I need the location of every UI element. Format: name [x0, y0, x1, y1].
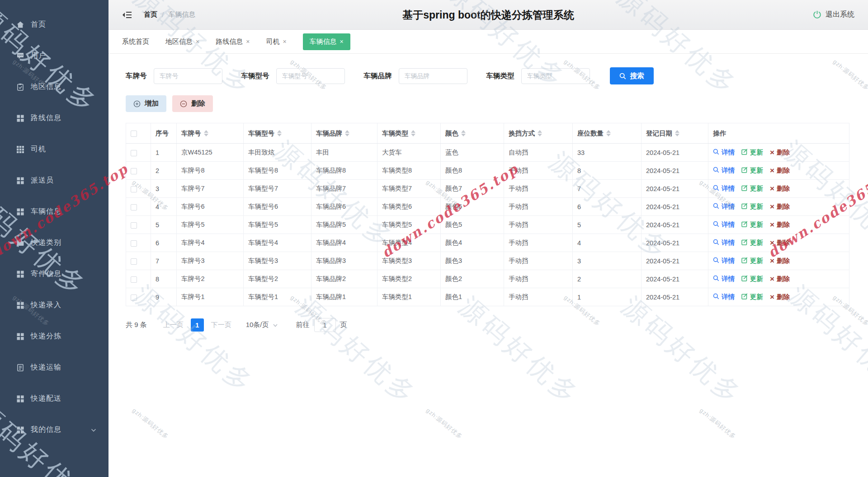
sort-caret-icon[interactable] — [345, 130, 349, 136]
sidebar-item-7[interactable]: 快递类别 — [0, 227, 108, 258]
delete-link[interactable]: ×删除 — [770, 166, 790, 175]
cell-type: 车辆类型8 — [377, 162, 441, 180]
column-header-gear[interactable]: 换挡方式 — [504, 123, 573, 144]
cell-brand: 车辆品牌8 — [311, 162, 377, 180]
search-input-brand[interactable] — [399, 68, 467, 84]
prev-page-button[interactable]: 上一页 — [163, 321, 184, 329]
close-icon[interactable]: × — [246, 38, 250, 45]
detail-link[interactable]: 详情 — [713, 166, 735, 175]
update-link[interactable]: 更新 — [741, 293, 763, 301]
delete-link[interactable]: ×删除 — [770, 275, 790, 283]
update-link[interactable]: 更新 — [741, 202, 763, 211]
delete-link[interactable]: ×删除 — [770, 257, 790, 265]
column-label: 车辆型号 — [248, 129, 274, 138]
breadcrumb-home[interactable]: 首页 — [144, 10, 157, 19]
column-header-plate[interactable]: 车牌号 — [177, 123, 244, 144]
sidebar-item-1[interactable]: 用户 — [0, 40, 108, 71]
detail-link[interactable]: 详情 — [713, 275, 735, 283]
sidebar-item-5[interactable]: 派送员 — [0, 165, 108, 196]
detail-link[interactable]: 详情 — [713, 184, 735, 193]
update-link[interactable]: 更新 — [741, 184, 763, 193]
row-checkbox[interactable] — [131, 240, 137, 247]
sidebar-item-12[interactable]: 快递配送 — [0, 383, 108, 414]
sort-caret-icon[interactable] — [204, 130, 208, 136]
search-button[interactable]: 搜索 — [610, 67, 654, 84]
sidebar-item-2[interactable]: 地区信息 — [0, 71, 108, 103]
add-button[interactable]: 增加 — [126, 95, 166, 112]
detail-link[interactable]: 详情 — [713, 257, 735, 265]
tab-1[interactable]: 地区信息× — [165, 37, 199, 46]
row-checkbox[interactable] — [131, 204, 137, 210]
row-checkbox[interactable] — [131, 222, 137, 229]
update-link[interactable]: 更新 — [741, 238, 763, 247]
sort-caret-icon[interactable] — [461, 130, 466, 136]
select-all-checkbox[interactable] — [131, 131, 137, 137]
column-header-seats[interactable]: 座位数量 — [573, 123, 642, 144]
sidebar-item-11[interactable]: 快递运输 — [0, 352, 108, 383]
cell-plate: 车牌号5 — [177, 216, 244, 234]
sidebar-item-3[interactable]: 路线信息 — [0, 103, 108, 134]
update-link[interactable]: 更新 — [741, 166, 763, 175]
goto-page-input[interactable] — [314, 318, 336, 332]
detail-link[interactable]: 详情 — [713, 293, 735, 301]
column-header-type[interactable]: 车辆类型 — [377, 123, 441, 144]
page-size-select[interactable]: 10条/页 — [246, 321, 278, 329]
delete-button[interactable]: 删除 — [172, 95, 213, 112]
next-page-button[interactable]: 下一页 — [211, 321, 231, 329]
detail-link[interactable]: 详情 — [713, 220, 735, 229]
column-header-date[interactable]: 登记日期 — [642, 123, 708, 144]
delete-link[interactable]: ×删除 — [770, 148, 790, 157]
detail-link[interactable]: 详情 — [713, 148, 735, 157]
row-checkbox[interactable] — [131, 150, 137, 156]
sidebar-item-9[interactable]: 快递录入 — [0, 290, 108, 321]
update-link[interactable]: 更新 — [741, 220, 763, 229]
logout-button[interactable]: 退出系统 — [813, 10, 854, 19]
grid-icon — [16, 177, 24, 185]
search-input-type[interactable] — [521, 68, 590, 84]
sort-caret-icon[interactable] — [411, 130, 415, 136]
main-area: 首页 / 车辆信息 基于spring boot的快递分拣管理系统 退出系统 系统… — [108, 0, 868, 477]
sort-caret-icon[interactable] — [538, 130, 542, 136]
column-label: 颜色 — [445, 129, 458, 138]
row-checkbox[interactable] — [131, 168, 137, 174]
sort-caret-icon[interactable] — [675, 130, 679, 136]
search-input-model[interactable] — [276, 68, 345, 84]
search-input-plate[interactable] — [154, 68, 222, 84]
delete-link[interactable]: ×删除 — [770, 293, 790, 301]
delete-link[interactable]: ×删除 — [770, 202, 790, 211]
detail-link[interactable]: 详情 — [713, 238, 735, 247]
detail-link[interactable]: 详情 — [713, 202, 735, 211]
sidebar-item-10[interactable]: 快递分拣 — [0, 321, 108, 352]
row-checkbox[interactable] — [131, 186, 137, 192]
update-link[interactable]: 更新 — [741, 275, 763, 283]
delete-link[interactable]: ×删除 — [770, 238, 790, 247]
close-icon[interactable]: × — [196, 38, 199, 45]
sort-caret-icon[interactable] — [606, 130, 611, 136]
sidebar-item-4[interactable]: 司机 — [0, 134, 108, 165]
column-header-model[interactable]: 车辆型号 — [244, 123, 311, 144]
row-checkbox[interactable] — [131, 295, 137, 301]
sidebar-item-label: 司机 — [31, 145, 46, 154]
delete-link[interactable]: ×删除 — [770, 220, 790, 229]
update-link[interactable]: 更新 — [741, 148, 763, 157]
tab-0[interactable]: 系统首页 — [122, 37, 149, 46]
sidebar-item-8[interactable]: 寄件信息 — [0, 258, 108, 290]
row-checkbox[interactable] — [131, 276, 137, 283]
update-link[interactable]: 更新 — [741, 257, 763, 265]
sidebar-item-0[interactable]: 首页 — [0, 9, 108, 40]
page-number-button[interactable]: 1 — [191, 318, 204, 332]
column-header-color[interactable]: 颜色 — [441, 123, 504, 144]
sort-caret-icon[interactable] — [277, 130, 282, 136]
delete-link[interactable]: ×删除 — [770, 184, 790, 193]
row-checkbox[interactable] — [131, 258, 137, 265]
sidebar-item-13[interactable]: 我的信息 — [0, 414, 108, 445]
tab-2[interactable]: 路线信息× — [216, 37, 250, 46]
sidebar-fold-icon[interactable] — [122, 10, 132, 19]
sidebar-item-6[interactable]: 车辆信息 — [0, 196, 108, 227]
close-icon[interactable]: × — [340, 38, 344, 45]
doc-icon — [16, 364, 24, 372]
column-header-brand[interactable]: 车辆品牌 — [311, 123, 377, 144]
tab-3[interactable]: 司机× — [266, 37, 286, 46]
close-icon[interactable]: × — [283, 38, 286, 45]
tab-4[interactable]: 车辆信息× — [303, 33, 350, 50]
